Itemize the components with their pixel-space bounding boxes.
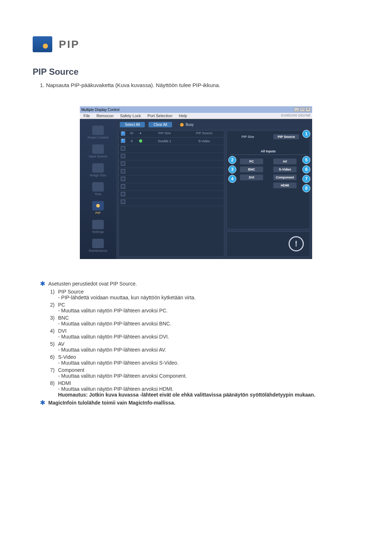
list-item: 6)S-Video- Muuttaa valitun näytön PIP-lä… <box>50 354 359 366</box>
minimize-button[interactable]: _ <box>294 107 299 112</box>
pip-header-icon <box>33 36 52 52</box>
menu-file[interactable]: File <box>83 114 90 118</box>
list-item: 5)AV- Muuttaa valitun näytön PIP-lähteen… <box>50 341 359 353</box>
callout-4: 4 <box>228 175 236 183</box>
callout-7: 7 <box>302 175 310 183</box>
callout-3: 3 <box>228 165 236 173</box>
list-item: 4)DVI- Muuttaa valitun näytön PIP-lähtee… <box>50 328 359 340</box>
row-checkbox[interactable] <box>121 146 125 151</box>
window-title: Multiple Display Control <box>81 108 119 112</box>
window-buttons: _ □ × <box>294 107 311 112</box>
callout-1: 1 <box>302 130 310 138</box>
app-screenshot: Multiple Display Control _ □ × File Remo… <box>80 106 312 259</box>
clear-all-button[interactable]: Clear All <box>148 122 172 127</box>
table-row[interactable] <box>119 183 224 191</box>
list-item: 8)HDMI- Muuttaa valitun näytön PIP-lähte… <box>50 380 359 398</box>
input-svideo-button[interactable]: S-Video <box>273 167 297 172</box>
input-hdmi-button[interactable]: HDMI <box>273 182 297 188</box>
input-pc-button[interactable]: PC <box>240 159 263 164</box>
input-component-button[interactable]: Component <box>273 175 297 180</box>
tab-pip-source[interactable]: PIP Source <box>273 134 299 139</box>
section-intro: 1. Napsauta PIP-pääkuvaketta (Kuva kuvas… <box>40 82 359 88</box>
table-row[interactable] <box>119 176 224 183</box>
row-checkbox[interactable] <box>121 169 125 173</box>
callout-2: 2 <box>228 156 236 164</box>
input-av-button[interactable]: AV <box>273 159 297 164</box>
sidebar-item-maintenance[interactable]: Maintenance <box>80 237 116 254</box>
input-dvi-button[interactable]: DVI <box>240 175 263 180</box>
status-led-icon <box>139 139 142 143</box>
list-item: 2)PC- Muuttaa valitun näytön PIP-lähteen… <box>50 302 359 313</box>
callout-8: 8 <box>302 184 310 192</box>
warning-icon: ! <box>289 236 304 251</box>
brand-label: SAMSUNG DIGITall <box>281 114 310 117</box>
col-status: ● <box>136 131 145 137</box>
table-row[interactable] <box>119 168 224 176</box>
all-inputs-header: All Inputs <box>230 149 307 155</box>
row-checkbox[interactable] <box>121 200 125 204</box>
row-checkbox[interactable] <box>121 177 125 181</box>
list-item: 1)PIP Source- PIP-lähdettä voidaan muutt… <box>50 289 359 300</box>
star-icon: ✱ <box>40 400 45 406</box>
sidebar-item-power-control[interactable]: Power Control <box>80 124 116 141</box>
sidebar-item-settings[interactable]: Settings <box>80 218 116 235</box>
table-row[interactable] <box>119 145 224 153</box>
row-checkbox[interactable] <box>121 161 125 166</box>
table-row[interactable] <box>119 160 224 168</box>
callout-5: 5 <box>302 156 310 164</box>
row-checkbox[interactable] <box>121 184 125 189</box>
busy-dot-icon <box>180 123 184 127</box>
busy-indicator: Busy <box>180 123 193 127</box>
col-check <box>119 131 127 137</box>
note-star2: MagicInfoin tulolähde toimii vain MagicI… <box>48 400 175 406</box>
col-pip-source: PIP Source <box>184 131 224 137</box>
table-row[interactable] <box>119 198 224 206</box>
menu-remocon[interactable]: Remocon <box>97 114 114 118</box>
table-row[interactable] <box>119 191 224 198</box>
note-bold: Huomautus: Jotkin kuva kuvassa -lähteet … <box>58 392 359 398</box>
sidebar-item-image-size[interactable]: Image Size <box>80 162 116 178</box>
note-star1: Asetusten perustiedot ovat PIP Source. <box>48 281 137 287</box>
display-grid: ID ● PIP Size PIP Source 0 Double 1 S-Vi… <box>118 130 224 257</box>
section-title: PIP Source <box>33 67 359 77</box>
input-bnc-button[interactable]: BNC <box>240 167 263 172</box>
sidebar-item-pip[interactable]: PIP <box>80 200 116 216</box>
star-icon: ✱ <box>40 281 45 287</box>
row-checkbox[interactable] <box>121 192 125 196</box>
list-item: 3)BNC- Muuttaa valitun näytön PIP-lähtee… <box>50 315 359 327</box>
table-row[interactable]: 0 Double 1 S-Video <box>119 138 224 145</box>
tab-pip-size[interactable]: PIP Size <box>237 134 258 139</box>
menu-safetylock[interactable]: Safety Lock <box>120 114 141 118</box>
menu-portselection[interactable]: Port Selection <box>147 114 172 118</box>
sidebar-item-input-source[interactable]: Input Source <box>80 143 116 160</box>
select-all-button[interactable]: Select All <box>120 122 145 127</box>
close-button[interactable]: × <box>306 107 311 112</box>
callout-6: 6 <box>302 165 310 173</box>
page-title: PIP <box>59 38 79 50</box>
status-footer-panel: ! <box>226 231 310 257</box>
col-pip-size: PIP Size <box>145 131 184 137</box>
col-id: ID <box>127 131 136 137</box>
sidebar-item-time[interactable]: Time <box>80 181 116 197</box>
row-checkbox[interactable] <box>121 139 125 143</box>
list-item: 7)Component- Muuttaa valitun näytön PIP-… <box>50 367 359 379</box>
row-checkbox[interactable] <box>121 154 125 158</box>
table-row[interactable] <box>119 153 224 160</box>
maximize-button[interactable]: □ <box>300 107 305 112</box>
menu-help[interactable]: Help <box>179 114 187 118</box>
right-panel: PIP Size PIP Source All Inputs PC AV BNC… <box>226 130 310 229</box>
